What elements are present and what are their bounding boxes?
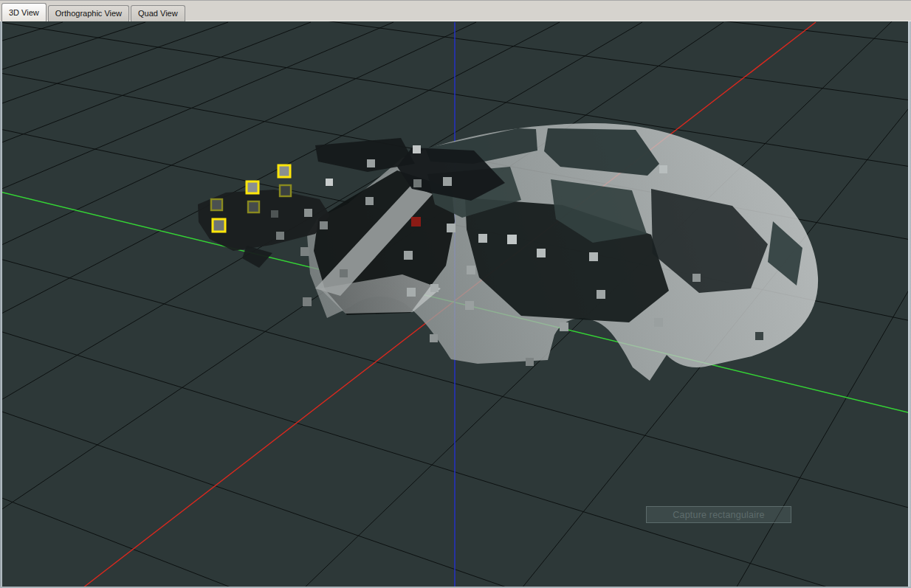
selected-vertex-handle[interactable] bbox=[278, 165, 290, 177]
viewport-border-right bbox=[908, 21, 911, 588]
vertex-handle[interactable] bbox=[507, 235, 517, 244]
vertex-handle[interactable] bbox=[659, 165, 667, 173]
dim-selected-vertex-handle[interactable] bbox=[211, 199, 222, 210]
tab-3d-view[interactable]: 3D View bbox=[1, 3, 47, 21]
vertex-handle[interactable] bbox=[326, 179, 333, 186]
capture-overlay-label: Capture rectangulaire bbox=[673, 510, 764, 520]
viewport-border-left bbox=[0, 21, 2, 588]
vertex-handle[interactable] bbox=[537, 249, 546, 257]
vertex-handle[interactable] bbox=[560, 322, 568, 331]
vertex-handle[interactable] bbox=[589, 252, 598, 261]
vertex-handle[interactable] bbox=[467, 266, 475, 274]
dim-selected-vertex-handle[interactable] bbox=[280, 185, 291, 196]
vertex-handle[interactable] bbox=[276, 232, 284, 240]
vertex-handle[interactable] bbox=[447, 224, 456, 232]
vertex-handle[interactable] bbox=[340, 269, 348, 277]
viewport-3d[interactable] bbox=[0, 0, 911, 588]
tab-orthographic-view[interactable]: Orthographic View bbox=[48, 5, 129, 21]
vertex-handle[interactable] bbox=[367, 159, 375, 167]
vertex-handle[interactable] bbox=[271, 210, 278, 218]
vertex-handle[interactable] bbox=[755, 332, 763, 340]
vertex-handle[interactable] bbox=[692, 274, 701, 282]
vertex-handle[interactable] bbox=[407, 288, 416, 297]
vertex-handle[interactable] bbox=[303, 297, 312, 306]
vertex-handle[interactable] bbox=[654, 318, 663, 327]
vertex-handle[interactable] bbox=[443, 177, 452, 186]
vertex-handle[interactable] bbox=[597, 290, 605, 299]
vertex-handle[interactable] bbox=[320, 221, 328, 229]
red-vertex-handle[interactable] bbox=[411, 217, 421, 226]
dim-selected-vertex-handle[interactable] bbox=[248, 201, 259, 212]
vertex-handle[interactable] bbox=[300, 247, 309, 256]
selected-vertex-handle[interactable] bbox=[247, 181, 258, 193]
vertex-handle[interactable] bbox=[430, 284, 439, 292]
vertex-handle[interactable] bbox=[365, 197, 374, 205]
view-tab-bar: 3D View Orthographic View Quad View bbox=[0, 0, 911, 21]
vertex-handle[interactable] bbox=[465, 301, 474, 310]
vertex-handle[interactable] bbox=[430, 334, 438, 342]
vertex-handle[interactable] bbox=[526, 358, 534, 366]
tab-quad-view[interactable]: Quad View bbox=[131, 5, 185, 21]
selected-vertex-handle[interactable] bbox=[213, 219, 225, 232]
capture-rectangular-overlay[interactable]: Capture rectangulaire bbox=[646, 506, 791, 523]
vertex-handle[interactable] bbox=[478, 234, 487, 243]
vertex-handle[interactable] bbox=[404, 251, 413, 260]
vertex-handle[interactable] bbox=[413, 145, 421, 153]
vertex-handle[interactable] bbox=[304, 209, 312, 217]
vertex-handle[interactable] bbox=[413, 179, 422, 187]
